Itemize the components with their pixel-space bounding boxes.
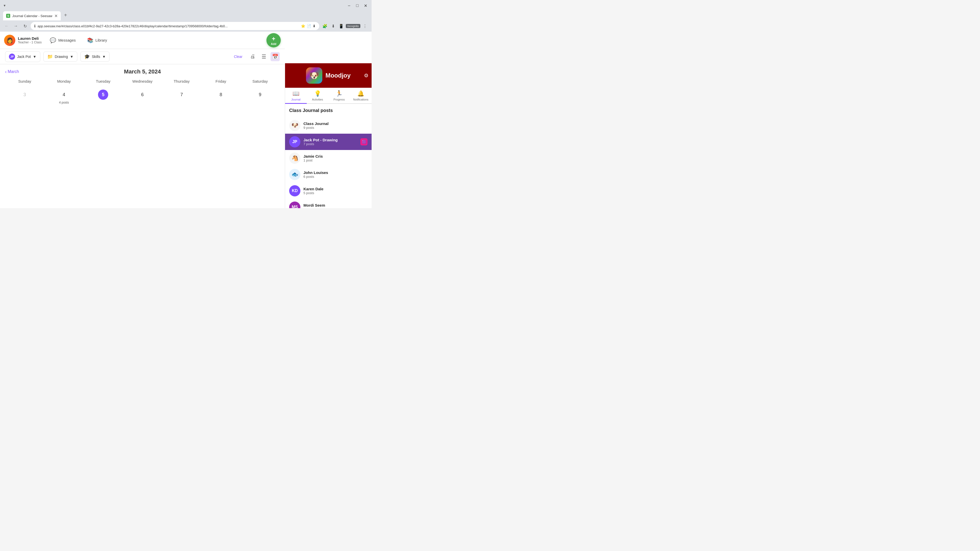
title-bar: ▼ – □ ✕ — [0, 0, 372, 11]
jamie-cris-info: Jamie Cris 1 post — [304, 154, 368, 162]
cal-day-8[interactable]: 8 — [201, 86, 241, 208]
folder-filter-label: Drawing — [55, 55, 68, 59]
screen-cast-button[interactable]: 📱 — [338, 22, 345, 30]
journal-entry-karen-dale[interactable]: KD Karen Dale 5 posts — [285, 183, 372, 199]
extensions-button[interactable]: 🧩 — [321, 22, 328, 30]
day-wednesday: Wednesday — [123, 77, 162, 86]
notifications-icon: 🔔 — [357, 90, 364, 97]
journal-icon: 📖 — [293, 90, 299, 97]
messages-label: Messages — [58, 38, 76, 42]
john-louises-avatar: 🐟 — [289, 169, 301, 180]
top-nav: 👩 Lauren Deli Teacher - 1 Class 💬 Messag… — [0, 32, 285, 49]
activities-icon: 💡 — [314, 90, 321, 97]
day-num-4: 4 — [59, 89, 69, 100]
folder-filter[interactable]: 📁 Drawing ▼ — [43, 52, 77, 62]
add-label: Add — [271, 42, 276, 45]
cal-day-9[interactable]: 9 — [240, 86, 280, 208]
day-friday: Friday — [201, 77, 241, 86]
cal-day-4[interactable]: 4 4 posts — [45, 86, 84, 208]
library-label: Library — [95, 38, 107, 42]
mordi-seem-avatar: MS — [289, 202, 301, 208]
day-num-5: 5 — [98, 89, 108, 100]
class-journal-avatar: 🐶 — [289, 120, 301, 131]
close-button[interactable]: ✕ — [363, 3, 369, 9]
download-button[interactable]: ⬇ — [329, 22, 337, 30]
karen-dale-posts: 5 posts — [304, 191, 368, 195]
messages-nav-item[interactable]: 💬 Messages — [47, 35, 79, 45]
student-filter-label: Jack Pot — [17, 55, 31, 59]
clear-button[interactable]: Clear — [231, 53, 246, 60]
app-container: 🐶 Moodjoy ⚙ 📖 Journal 💡 Activities 🏃 Pro… — [0, 32, 372, 208]
print-icon: 🖨 — [250, 54, 255, 59]
user-info[interactable]: 👩 Lauren Deli Teacher - 1 Class — [4, 35, 41, 46]
day-tuesday: Tuesday — [83, 77, 123, 86]
refresh-button[interactable]: ↻ — [21, 22, 29, 30]
tab-label: Journal Calendar - Seesaw — [12, 14, 52, 18]
tab-progress[interactable]: 🏃 Progress — [328, 88, 350, 104]
day-num-6: 6 — [137, 89, 148, 100]
cal-day-7[interactable]: 7 — [162, 86, 201, 208]
calendar-title: March 5, 2024 — [124, 68, 161, 75]
prev-month-button[interactable]: ‹ March — [5, 69, 19, 75]
journal-entry-class[interactable]: 🐶 Class Journal 9 posts — [285, 118, 372, 134]
mordi-seem-name: Mordi Seem — [304, 203, 368, 207]
browser-toolbar-icons: 🧩 ⬇ 📱 Incognito ⋮ — [321, 22, 369, 30]
dropdown-btn[interactable]: ▼ — [3, 4, 6, 7]
tab-notifications-label: Notifications — [353, 98, 369, 101]
url-text: app.seesaw.me/#/class/class.e01bf4c2-9a2… — [38, 24, 299, 28]
day-num-7: 7 — [177, 89, 187, 100]
tab-close-icon[interactable]: ✕ — [54, 14, 58, 18]
journal-section-header: Class Journal posts — [285, 104, 372, 118]
cal-day-3[interactable]: 3 — [5, 86, 45, 208]
tab-activities[interactable]: 💡 Activities — [307, 88, 328, 104]
moodjoy-logo: 🐶 — [306, 67, 322, 84]
url-bar[interactable]: ℹ app.seesaw.me/#/class/class.e01bf4c2-9… — [30, 22, 319, 30]
day-num-8: 8 — [216, 89, 226, 100]
forward-button[interactable]: → — [12, 22, 19, 30]
folder-icon: 📁 — [47, 54, 53, 59]
jack-pot-name: Jack Pot - Drawing — [304, 138, 357, 142]
browser-chrome: ▼ – □ ✕ S Journal Calendar - Seesaw ✕ + … — [0, 0, 372, 32]
cal-day-6[interactable]: 6 — [123, 86, 162, 208]
journal-entry-john-louises[interactable]: 🐟 John Louises 6 posts — [285, 166, 372, 183]
journal-entry-jack-pot[interactable]: JP Jack Pot - Drawing 7 posts 🟪 — [285, 134, 372, 150]
tab-progress-label: Progress — [334, 98, 345, 101]
tab-notifications[interactable]: 🔔 Notifications — [350, 88, 372, 104]
tab-journal[interactable]: 📖 Journal — [285, 88, 307, 104]
user-avatar: 👩 — [4, 35, 15, 46]
settings-icon[interactable]: ⚙ — [364, 73, 369, 79]
main-content: 👩 Lauren Deli Teacher - 1 Class 💬 Messag… — [0, 32, 285, 208]
active-tab[interactable]: S Journal Calendar - Seesaw ✕ — [3, 11, 61, 21]
address-bar: ← → ↻ ℹ app.seesaw.me/#/class/class.e01b… — [0, 21, 372, 32]
maximize-button[interactable]: □ — [354, 3, 360, 9]
cal-day-5[interactable]: 5 — [83, 86, 123, 208]
menu-button[interactable]: ⋮ — [361, 22, 369, 30]
back-button[interactable]: ← — [3, 22, 10, 30]
journal-entry-jamie-cris[interactable]: 🐴 Jamie Cris 1 post — [285, 150, 372, 166]
class-journal-info: Class Journal 9 posts — [304, 121, 368, 130]
tab-bar: S Journal Calendar - Seesaw ✕ + — [0, 11, 372, 21]
calendar-grid: 3 4 4 posts 5 6 7 8 — [0, 86, 285, 208]
skills-dropdown-icon: ▼ — [102, 55, 106, 59]
new-tab-button[interactable]: + — [62, 11, 69, 19]
filter-actions: Clear 🖨 ☰ 📅 — [231, 52, 280, 61]
skills-filter[interactable]: 🎓 Skills ▼ — [80, 52, 110, 62]
list-view-button[interactable]: ☰ — [259, 52, 269, 61]
tab-favicon: S — [6, 14, 10, 18]
mordi-seem-posts: 5 posts — [304, 207, 368, 208]
karen-dale-info: Karen Dale 5 posts — [304, 187, 368, 195]
add-button[interactable]: + Add — [266, 33, 281, 48]
folder-dropdown-icon: ▼ — [70, 55, 73, 59]
calendar-view-button[interactable]: 📅 — [270, 52, 280, 61]
journal-entry-mordi-seem[interactable]: MS Mordi Seem 5 posts — [285, 199, 372, 208]
student-avatar-small: JP — [9, 54, 15, 60]
library-nav-item[interactable]: 📚 Library — [84, 35, 110, 45]
moodjoy-tabs: 📖 Journal 💡 Activities 🏃 Progress 🔔 Noti… — [285, 88, 372, 104]
user-name: Lauren Deli — [18, 36, 41, 41]
calendar-days-header: Sunday Monday Tuesday Wednesday Thursday… — [0, 77, 285, 86]
student-filter[interactable]: JP Jack Pot ▼ — [5, 51, 40, 62]
url-icons: ⭐ 📄 ⬇ — [301, 24, 316, 28]
print-button[interactable]: 🖨 — [248, 52, 257, 61]
moodjoy-title: Moodjoy — [325, 72, 351, 79]
minimize-button[interactable]: – — [346, 3, 352, 9]
